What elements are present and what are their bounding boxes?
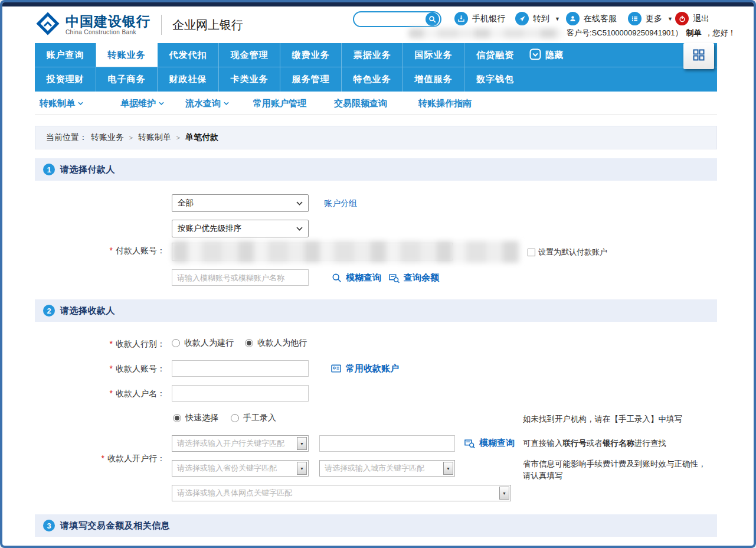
fuzzy-account-input[interactable] (172, 269, 309, 286)
balance-inquiry-link[interactable]: 查询余额 (389, 272, 439, 283)
bank-keyword-input[interactable] (319, 435, 455, 452)
frequent-payee-link[interactable]: 常用收款账户 (331, 363, 399, 374)
subnav-label: 转账制单 (40, 98, 75, 109)
radio-quick-select[interactable] (173, 414, 181, 422)
tab-credit-financing[interactable]: 信贷融资 (464, 43, 526, 67)
payee-account-input[interactable] (172, 360, 309, 377)
tab-international[interactable]: 国际业务 (403, 43, 464, 67)
subnav-limit-inquiry[interactable]: 交易限额查询 (334, 92, 387, 115)
bank-fuzzy-search-link[interactable]: 模糊查询 (464, 438, 515, 449)
mobile-banking-button[interactable]: 手机银行 (454, 12, 505, 25)
mobile-banking-label: 手机银行 (472, 14, 505, 24)
tab-digital-wallet[interactable]: 数字钱包 (464, 67, 526, 92)
logout-button[interactable]: 退出 (675, 12, 709, 25)
top-navy-strip (2, 2, 754, 6)
account-group-select[interactable]: 全部 (172, 194, 309, 212)
combo-dropdown-button[interactable]: ▼ (297, 437, 307, 450)
combo-dropdown-button[interactable]: ▼ (499, 487, 509, 500)
grid-icon (692, 48, 705, 64)
tab-bill-payment[interactable]: 缴费业务 (280, 43, 342, 67)
branch-placeholder: 请选择或输入具体网点关键字匹配 (172, 485, 498, 501)
bank-name: 中国建设银行 (66, 14, 150, 28)
hint-bold-bank-name: 银行名称 (603, 439, 634, 448)
payee-account-field-wrap (172, 360, 309, 377)
tab-transfer-active[interactable]: 转账业务 (96, 43, 158, 67)
radio-payee-ccb-label: 收款人为建行 (184, 338, 234, 348)
tab-special-business[interactable]: 特色业务 (342, 67, 403, 92)
header-search-input[interactable] (353, 11, 441, 27)
subnav-voucher-maintenance[interactable]: 单据维护 (120, 92, 164, 115)
logout-label: 退出 (693, 14, 709, 24)
radio-payee-other-bank[interactable] (245, 339, 253, 347)
subnav-label: 交易限额查询 (334, 98, 387, 109)
payee-name-label: *收款人户名： (38, 389, 165, 399)
bank-keyword-placeholder: 请选择或输入开户行关键字匹配 (172, 436, 296, 451)
chevron-down-icon (296, 227, 303, 231)
payee-name-input[interactable] (172, 385, 309, 402)
payer-account-label-text: 付款人账号： (116, 246, 165, 255)
section3-header: 3 请填写交易金额及相关信息 (35, 514, 717, 537)
subnav-frequent-accounts[interactable]: 常用账户管理 (253, 92, 306, 115)
hide-menu-button[interactable]: 隐藏 (529, 43, 563, 67)
tab-cash-management[interactable]: 现金管理 (219, 43, 280, 67)
combo-dropdown-button[interactable]: ▼ (443, 462, 453, 475)
goto-button[interactable]: 转到 ▼ (515, 12, 560, 25)
payee-bank-label: *收款人开户行： (38, 454, 165, 464)
section3-title: 请填写交易金额及相关信息 (60, 520, 170, 531)
tab-payroll[interactable]: 代发代扣 (158, 43, 219, 67)
tab-notes-business[interactable]: 票据业务 (342, 43, 403, 67)
fuzzy-search-link[interactable]: 模糊查询 (332, 272, 381, 283)
account-group-value: 全部 (178, 198, 194, 208)
tab-value-added[interactable]: 增值服务 (403, 67, 464, 92)
subnav-transfer-guide[interactable]: 转账操作指南 (418, 92, 472, 115)
online-service-button[interactable]: 在线客服 (566, 12, 617, 25)
section2-number-badge: 2 (43, 305, 55, 317)
default-payer-row: 设置为默认付款账户 (528, 247, 607, 257)
more-label: 更多 (646, 14, 662, 24)
combo-dropdown-button[interactable]: ▼ (297, 462, 307, 475)
tab-account-inquiry[interactable]: 账户查询 (35, 43, 96, 67)
radio-payee-ccb[interactable] (172, 339, 180, 347)
province-placeholder: 请选择或输入省份关键字匹配 (172, 461, 296, 476)
radio-quick-select-label: 快速选择 (185, 413, 218, 423)
subnav-label: 单据维护 (120, 98, 156, 109)
search-icon[interactable] (426, 12, 439, 26)
radio-manual-entry[interactable] (231, 414, 239, 422)
subnav-flow-inquiry[interactable]: 流水查询 (185, 92, 229, 115)
more-button[interactable]: 更多 ▼ (628, 12, 673, 25)
magnifier-icon (332, 273, 342, 283)
chevron-down-icon (159, 102, 164, 106)
redacted-payer-account (172, 241, 521, 263)
operator-name: 制单 (686, 28, 702, 38)
breadcrumb-item-voucher[interactable]: 转账制单 (138, 132, 171, 143)
payee-name-field-wrap (172, 385, 309, 402)
header-divider (161, 15, 162, 35)
payer-account-label: *付款人账号： (38, 246, 165, 256)
ccb-logo-icon (36, 12, 60, 38)
default-payer-label: 设置为默认付款账户 (538, 247, 607, 257)
payee-bank-type-label-text: 收款人行别： (116, 339, 165, 348)
balance-inquiry-label: 查询余额 (404, 272, 439, 283)
payee-account-label-text: 收款人账号： (116, 364, 165, 373)
subnav-label: 流水查询 (185, 98, 221, 109)
chevron-down-icon (296, 201, 303, 206)
default-payer-checkbox[interactable] (528, 249, 535, 256)
city-combo[interactable]: 请选择或输入城市关键字匹配 ▼ (319, 460, 455, 477)
nav-row-2: 投资理财 电子商务 财政社保 卡类业务 服务管理 特色业务 增值服务 数字钱包 (35, 67, 717, 92)
province-combo[interactable]: 请选择或输入省份关键字匹配 ▼ (172, 460, 309, 477)
breadcrumb-item-transfer[interactable]: 转账业务 (91, 132, 124, 143)
tab-card-business[interactable]: 卡类业务 (219, 67, 280, 92)
tab-ecommerce[interactable]: 电子商务 (96, 67, 158, 92)
subnav-transfer-voucher[interactable]: 转账制单 (40, 92, 83, 115)
tab-service-management[interactable]: 服务管理 (280, 67, 342, 92)
account-sort-select[interactable]: 按账户优先级排序 (172, 220, 309, 237)
portal-name: 企业网上银行 (172, 17, 243, 33)
tab-investment[interactable]: 投资理财 (35, 67, 96, 92)
payee-name-label-text: 收款人户名： (116, 389, 165, 398)
tab-fiscal-social[interactable]: 财政社保 (158, 67, 219, 92)
branch-combo[interactable]: 请选择或输入具体网点关键字匹配 ▼ (172, 485, 511, 501)
quick-menu-grid-button[interactable] (683, 43, 714, 69)
account-group-link[interactable]: 账户分组 (324, 198, 357, 209)
bank-keyword-combo[interactable]: 请选择或输入开户行关键字匹配 ▼ (172, 435, 309, 452)
sub-nav: 转账制单 单据维护 流水查询 常用账户管理 交易限额查询 转账操作指南 (35, 92, 717, 115)
